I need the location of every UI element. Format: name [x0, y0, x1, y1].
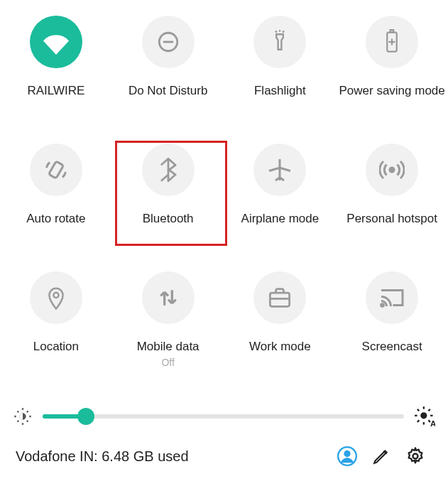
svg-line-3 — [275, 31, 277, 32]
mobile-data-icon — [142, 271, 195, 324]
svg-point-27 — [413, 454, 418, 459]
tile-dnd[interactable]: Do Not Disturb — [112, 7, 224, 135]
cast-icon — [366, 271, 418, 324]
tile-label: Airplane mode — [241, 212, 319, 226]
airplane-icon — [253, 144, 306, 196]
tile-label: Do Not Disturb — [129, 84, 207, 98]
bluetooth-icon — [142, 144, 195, 196]
tile-hotspot[interactable]: Personal hotspot — [336, 135, 448, 263]
svg-line-22 — [428, 409, 430, 411]
flashlight-icon — [253, 16, 306, 68]
edit-button[interactable] — [364, 447, 398, 465]
tile-airplane[interactable]: Airplane mode — [224, 135, 337, 263]
tile-label: Mobile data — [137, 340, 200, 354]
tile-label: Power saving mode — [339, 84, 444, 98]
briefcase-icon — [253, 271, 306, 324]
tile-mobile-data[interactable]: Mobile data Off — [112, 263, 224, 391]
user-button[interactable] — [330, 446, 364, 466]
tile-flashlight[interactable]: Flashlight — [224, 7, 337, 135]
tile-label: Flashlight — [254, 84, 306, 98]
brightness-row: A — [0, 395, 448, 438]
battery-icon — [366, 16, 418, 68]
brightness-slider[interactable] — [43, 414, 404, 419]
data-usage-text: Vodafone IN: 6.48 GB used — [16, 448, 330, 465]
tile-work-mode[interactable]: Work mode — [224, 263, 337, 391]
svg-rect-12 — [271, 293, 290, 306]
tile-wifi[interactable]: RAILWIRE — [0, 7, 112, 135]
tile-label: Personal hotspot — [346, 212, 437, 226]
brightness-low-icon — [13, 406, 33, 426]
svg-line-4 — [283, 31, 285, 32]
tile-auto-rotate[interactable]: Auto rotate — [0, 135, 112, 263]
svg-rect-6 — [390, 30, 394, 32]
tile-label: Bluetooth — [143, 212, 194, 226]
dnd-icon — [142, 16, 195, 68]
svg-line-23 — [417, 420, 419, 421]
tile-label: Location — [33, 340, 79, 354]
location-icon — [30, 271, 82, 324]
svg-text:A: A — [430, 419, 435, 427]
svg-line-20 — [417, 409, 419, 411]
tile-sublabel: Off — [161, 357, 174, 368]
svg-point-10 — [390, 168, 394, 172]
wifi-icon — [30, 16, 82, 68]
tile-label: Work mode — [249, 340, 311, 354]
tile-bluetooth[interactable]: Bluetooth — [112, 135, 224, 263]
tile-label: Auto rotate — [26, 212, 85, 226]
tile-location[interactable]: Location — [0, 263, 112, 391]
hotspot-icon — [366, 144, 418, 196]
tile-power-saving[interactable]: Power saving mode — [336, 7, 448, 135]
svg-rect-9 — [48, 161, 63, 178]
tile-label: Screencast — [362, 340, 422, 354]
svg-point-15 — [420, 412, 427, 419]
tile-label: RAILWIRE — [27, 84, 84, 98]
svg-point-26 — [344, 451, 350, 457]
settings-button[interactable] — [398, 446, 432, 466]
rotate-icon — [30, 144, 82, 196]
tile-screencast[interactable]: Screencast — [336, 263, 448, 391]
auto-brightness-icon[interactable]: A — [414, 406, 435, 427]
quick-settings-grid: RAILWIRE Do Not Disturb Flashlight Power… — [0, 0, 448, 391]
svg-point-11 — [53, 293, 58, 298]
bottom-bar: Vodafone IN: 6.48 GB used — [0, 438, 448, 473]
slider-thumb[interactable] — [77, 408, 94, 425]
svg-point-13 — [381, 304, 384, 307]
